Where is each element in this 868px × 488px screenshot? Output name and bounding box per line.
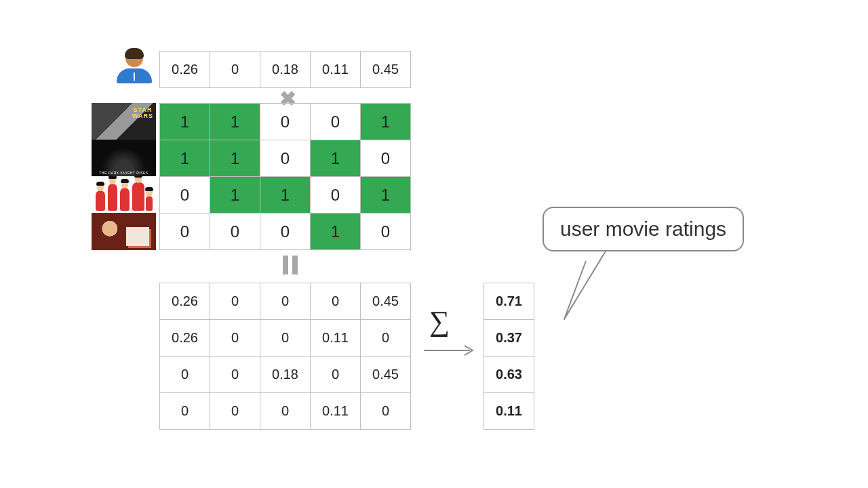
binary-cell: 1 [210,140,260,177]
product-cell: 0.11 [310,392,361,430]
binary-cell: 1 [310,140,361,177]
user-body-shape [117,68,152,83]
binary-cell: 0 [210,213,260,250]
user-vector-cell: 0.45 [360,51,411,88]
result-column: 0.710.370.630.11 [484,283,534,430]
product-cell: 0 [310,283,361,320]
movie-thumbnails [92,103,156,250]
product-cell: 0 [360,392,411,430]
callout-label: user movie ratings [542,207,744,251]
product-cell: 0 [260,319,311,357]
sigma-icon: ∑ [429,307,450,336]
result-cell: 0.37 [484,319,534,357]
movie-poster-star-wars [92,103,156,140]
binary-cell: 0 [260,140,311,177]
result-cell: 0.63 [484,356,534,393]
product-cell: 0.45 [360,356,411,393]
binary-cell: 0 [310,176,361,214]
binary-cell: 0 [159,176,210,214]
movie-poster-dark-knight [92,140,156,177]
user-vector-cell: 0.18 [260,51,311,88]
product-cell: 0 [360,319,411,357]
user-vector-cell: 0 [210,51,260,88]
binary-cell: 1 [210,176,260,214]
binary-cell: 1 [360,103,411,140]
equals-icon [283,256,298,274]
user-icon [115,49,153,87]
callout-tail-icon [559,249,620,323]
binary-cell: 0 [360,140,411,177]
product-cell: 0 [260,283,311,320]
user-vector-cell: 0.26 [159,51,210,88]
binary-cell: 1 [159,103,210,140]
binary-cell: 0 [159,213,210,250]
user-feature-vector: 0.26 0 0.18 0.11 0.45 [159,51,411,88]
binary-cell: 0 [260,213,311,250]
product-cell: 0.11 [310,319,361,357]
product-cell: 0.45 [360,283,411,320]
callout: user movie ratings [542,207,773,251]
binary-cell: 0 [260,103,311,140]
product-cell: 0 [310,356,361,393]
product-cell: 0 [260,392,311,430]
movie-poster-incredibles [92,176,156,214]
movie-poster-memento [92,213,156,250]
binary-cell: 1 [360,176,411,214]
arrow-icon [422,344,477,357]
binary-cell: 0 [310,103,361,140]
binary-cell: 1 [159,140,210,177]
binary-cell: 1 [210,103,260,140]
movie-feature-matrix: 11001110100110100010 [159,103,411,250]
user-hair-shape [125,48,144,59]
product-cell: 0.26 [159,319,210,357]
product-cell: 0 [210,319,260,357]
product-matrix: 0.260000.450.26000.110000.1800.450000.11… [159,283,411,430]
result-cell: 0.71 [484,283,534,320]
product-cell: 0 [159,392,210,430]
binary-cell: 0 [360,213,411,250]
product-cell: 0 [210,356,260,393]
binary-cell: 1 [310,213,361,250]
product-cell: 0.18 [260,356,311,393]
product-cell: 0 [210,283,260,320]
product-cell: 0 [159,356,210,393]
product-cell: 0.26 [159,283,210,320]
user-head-shape [125,49,143,67]
binary-cell: 1 [260,176,311,214]
user-vector-cell: 0.11 [310,51,361,88]
product-cell: 0 [210,392,260,430]
result-cell: 0.11 [484,392,534,430]
